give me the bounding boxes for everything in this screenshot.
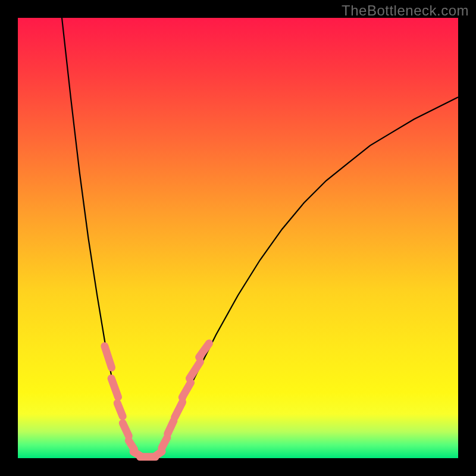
chart-frame: TheBottleneck.com xyxy=(0,0,476,476)
curve-marker xyxy=(184,356,205,384)
curve-marker xyxy=(118,418,134,441)
curve-marker xyxy=(112,398,128,421)
curve-marker xyxy=(100,342,117,372)
chart-svg xyxy=(18,18,458,458)
watermark-text: TheBottleneck.com xyxy=(342,2,469,19)
curve-marker xyxy=(177,377,196,403)
bottleneck-curve xyxy=(62,18,458,457)
marker-group xyxy=(100,338,215,461)
curve-marker xyxy=(170,397,187,422)
curve-marker xyxy=(107,374,123,402)
